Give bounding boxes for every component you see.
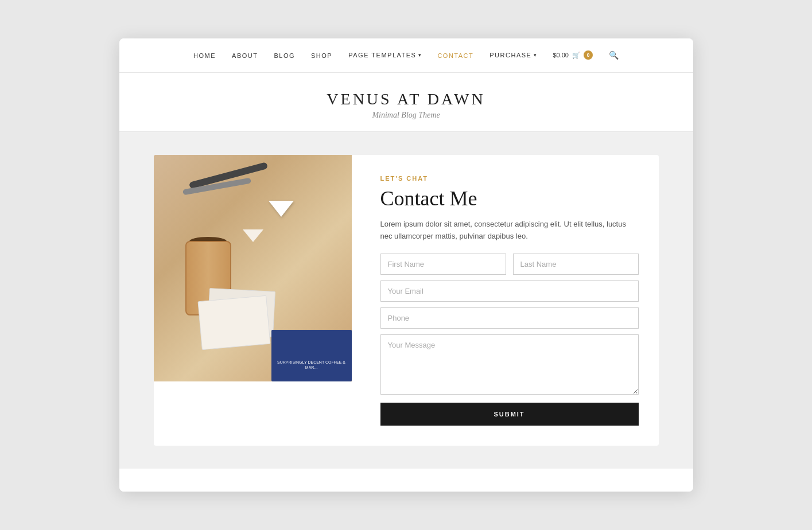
contact-image: SURPRISINGLY DECENT COFFEE & MAR... <box>154 155 352 381</box>
site-title: VENUS AT DAWN <box>142 90 670 108</box>
envelope-1-decoration <box>197 295 270 350</box>
phone-input[interactable] <box>380 307 639 329</box>
nav-link-page-templates[interactable]: PAGE TEMPLATES <box>348 52 416 59</box>
lets-chat-label: LET'S CHAT <box>380 175 639 182</box>
cart-price: $0.00 <box>553 52 569 59</box>
nav-item-blog[interactable]: BLOG <box>274 50 295 60</box>
cart-icon[interactable]: 🛒 <box>572 52 580 59</box>
nav-search[interactable]: 🔍 <box>609 50 619 60</box>
name-row <box>380 254 639 275</box>
contact-description: Lorem ipsum dolor sit amet, consectetur … <box>380 219 639 243</box>
first-name-input[interactable] <box>380 254 506 275</box>
last-name-input[interactable] <box>513 254 639 275</box>
search-icon[interactable]: 🔍 <box>609 51 619 60</box>
cart-badge: 0 <box>584 50 593 60</box>
main-content: SURPRISINGLY DECENT COFFEE & MAR... LET'… <box>119 132 693 469</box>
nav-item-about[interactable]: ABOUT <box>232 50 258 60</box>
nav-link-about[interactable]: ABOUT <box>232 52 258 59</box>
nav-cart[interactable]: $0.00 🛒 0 <box>553 50 593 60</box>
nav-link-contact[interactable]: CONTACT <box>437 52 473 59</box>
nav-item-contact[interactable]: CONTACT <box>437 50 473 60</box>
arrow-1-decoration <box>269 201 294 217</box>
nav-item-home[interactable]: HOME <box>193 50 216 60</box>
footer-space <box>119 469 693 492</box>
submit-button[interactable]: SUBMIT <box>380 403 639 426</box>
contact-form: SUBMIT <box>380 254 639 426</box>
chevron-down-icon: ▾ <box>418 52 421 58</box>
site-header: VENUS AT DAWN Minimal Blog Theme <box>119 73 693 132</box>
nav-link-home[interactable]: HOME <box>193 52 216 59</box>
nav-links: HOME ABOUT BLOG SHOP PAGE TEMPLATES ▾ CO… <box>193 50 619 60</box>
chevron-down-purchase-icon: ▾ <box>534 52 537 58</box>
contact-form-section: LET'S CHAT Contact Me Lorem ipsum dolor … <box>375 155 659 446</box>
nav-item-shop[interactable]: SHOP <box>311 50 332 60</box>
nav-item-purchase[interactable]: PURCHASE ▾ <box>489 52 537 59</box>
nav-link-shop[interactable]: SHOP <box>311 52 332 59</box>
envelope-3-decoration: SURPRISINGLY DECENT COFFEE & MAR... <box>271 330 352 381</box>
image-background: SURPRISINGLY DECENT COFFEE & MAR... <box>154 155 352 381</box>
nav-link-blog[interactable]: BLOG <box>274 52 295 59</box>
navbar: HOME ABOUT BLOG SHOP PAGE TEMPLATES ▾ CO… <box>119 38 693 73</box>
site-tagline: Minimal Blog Theme <box>142 111 670 120</box>
browser-window: HOME ABOUT BLOG SHOP PAGE TEMPLATES ▾ CO… <box>119 38 693 492</box>
nav-item-page-templates[interactable]: PAGE TEMPLATES ▾ <box>348 52 421 59</box>
contact-heading: Contact Me <box>380 186 639 211</box>
email-row <box>380 280 639 302</box>
email-input[interactable] <box>380 280 639 302</box>
message-textarea[interactable] <box>380 334 639 395</box>
contact-wrapper: SURPRISINGLY DECENT COFFEE & MAR... LET'… <box>154 155 659 446</box>
envelope-text: SURPRISINGLY DECENT COFFEE & MAR... <box>274 360 349 370</box>
phone-row <box>380 307 639 329</box>
arrow-2-decoration <box>243 229 263 242</box>
nav-link-purchase[interactable]: PURCHASE <box>489 52 531 59</box>
